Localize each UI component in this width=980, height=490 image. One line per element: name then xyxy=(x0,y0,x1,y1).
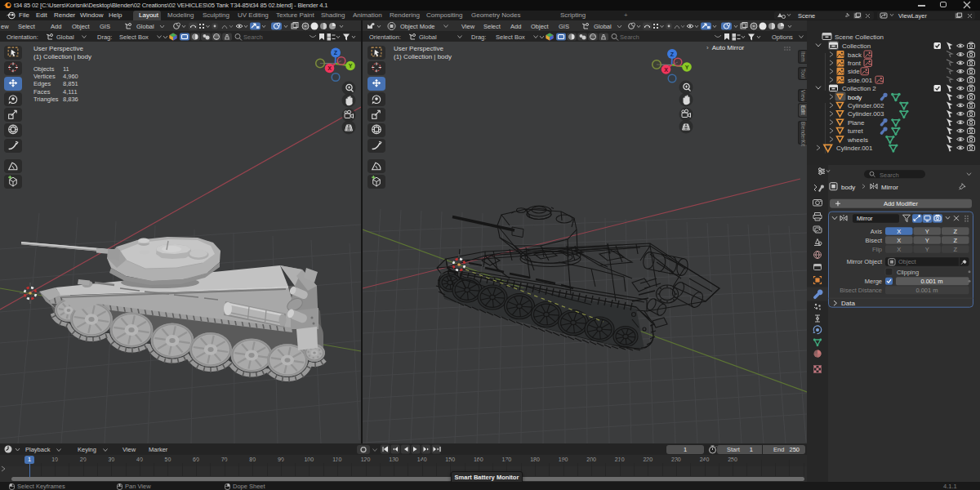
svg-text:Global: Global xyxy=(136,23,154,30)
svg-text:Y: Y xyxy=(685,65,689,70)
svg-text:Cylinder.001: Cylinder.001 xyxy=(836,145,873,152)
svg-text:side.001: side.001 xyxy=(848,77,873,84)
svg-text:Z: Z xyxy=(953,228,957,235)
svg-text:Z: Z xyxy=(670,51,675,57)
svg-text:Data: Data xyxy=(841,300,855,307)
svg-text:X: X xyxy=(327,65,332,71)
svg-text:Merge: Merge xyxy=(865,278,882,285)
svg-text:Z: Z xyxy=(953,237,957,244)
svg-text:Bisect: Bisect xyxy=(866,237,883,244)
svg-text:Clipping: Clipping xyxy=(897,269,919,276)
svg-text:0.001 m: 0.001 m xyxy=(915,287,938,294)
svg-text:wheels: wheels xyxy=(847,136,868,144)
svg-text:Mirror Object: Mirror Object xyxy=(847,258,883,265)
svg-text:Axis: Axis xyxy=(871,228,882,235)
svg-text:Mirror: Mirror xyxy=(857,215,873,222)
svg-text:front: front xyxy=(848,60,862,67)
svg-text:back: back xyxy=(848,51,862,59)
svg-text:Y: Y xyxy=(925,228,929,235)
svg-text:Z: Z xyxy=(953,246,957,253)
svg-text:Y: Y xyxy=(925,246,929,253)
svg-text:Add Modifier: Add Modifier xyxy=(884,200,919,207)
svg-text:X: X xyxy=(897,228,901,235)
svg-text:Y: Y xyxy=(925,237,929,244)
svg-text:Flip: Flip xyxy=(872,246,882,253)
svg-text:body: body xyxy=(841,184,855,191)
svg-text:Mirror: Mirror xyxy=(881,184,898,191)
svg-text:Bisect Distance: Bisect Distance xyxy=(840,287,882,294)
svg-text:Z: Z xyxy=(334,50,338,56)
svg-text:X: X xyxy=(664,67,668,73)
svg-text:Global: Global xyxy=(594,23,612,30)
svg-text:Plane: Plane xyxy=(848,119,865,127)
svg-text:Search: Search xyxy=(880,172,899,179)
svg-text:body: body xyxy=(848,94,862,101)
svg-text:Search: Search xyxy=(243,33,263,41)
svg-text:turret: turret xyxy=(848,127,863,135)
svg-text:Y: Y xyxy=(349,63,353,69)
svg-text:Collection 2: Collection 2 xyxy=(842,85,876,92)
svg-text:Scene Collection: Scene Collection xyxy=(835,33,884,41)
svg-text:Object: Object xyxy=(898,258,917,265)
svg-text:0.001 m: 0.001 m xyxy=(920,278,942,285)
svg-text:Search: Search xyxy=(620,33,639,41)
svg-text:X: X xyxy=(897,246,901,253)
svg-text:Cylinder.003: Cylinder.003 xyxy=(848,110,884,118)
svg-text:Collection: Collection xyxy=(842,42,871,50)
svg-text:side: side xyxy=(848,68,860,75)
svg-text:X: X xyxy=(897,237,901,244)
svg-text:Cylinder.002: Cylinder.002 xyxy=(848,102,884,109)
